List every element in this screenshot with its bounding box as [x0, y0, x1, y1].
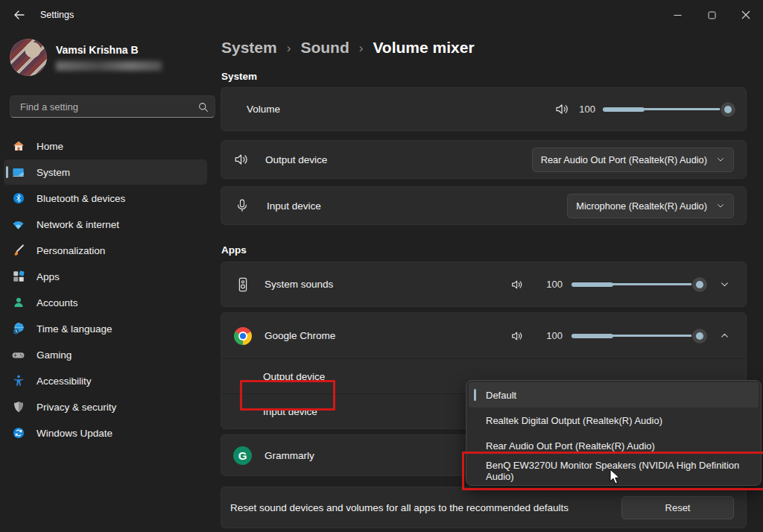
- google-chrome-value: 100: [546, 330, 563, 341]
- section-heading-system: System: [221, 71, 763, 82]
- section-heading-apps: Apps: [221, 244, 763, 256]
- sidebar-item-gaming[interactable]: Gaming: [4, 342, 207, 367]
- input-device-label: Input device: [267, 200, 321, 212]
- google-chrome-slider-thumb[interactable]: [692, 329, 707, 343]
- time-language-icon: [11, 322, 25, 336]
- reset-button[interactable]: Reset: [621, 496, 734, 519]
- output-device-select[interactable]: Rear Audio Out Port (Realtek(R) Audio): [532, 148, 734, 172]
- reset-row: Reset sound devices and volumes for all …: [221, 487, 747, 528]
- breadcrumb-separator: ›: [359, 39, 364, 56]
- system-sounds-expand-button[interactable]: [715, 275, 734, 294]
- settings-window: Settings Vamsi Krishna B: [0, 0, 763, 532]
- grammarly-icon: G: [233, 446, 252, 465]
- speaker-icon: [233, 151, 250, 168]
- volume-slider-thumb[interactable]: [721, 102, 735, 117]
- breadcrumb-sound[interactable]: Sound: [300, 39, 349, 57]
- maximize-button[interactable]: [694, 0, 729, 30]
- breadcrumb-system[interactable]: System: [221, 39, 277, 57]
- volume-label: Volume: [247, 104, 280, 115]
- sidebar-item-accessibility[interactable]: Accessibility: [4, 368, 207, 393]
- minimize-button[interactable]: [660, 0, 694, 30]
- annotation-box-output-device: [240, 380, 335, 411]
- titlebar: Settings: [0, 0, 763, 30]
- sidebar-item-label: System: [37, 167, 70, 178]
- network-icon: [11, 218, 25, 232]
- chevron-down-icon: [720, 279, 729, 289]
- google-chrome-label: Google Chrome: [265, 330, 335, 341]
- sidebar-item-label: Accounts: [37, 297, 78, 308]
- back-arrow-icon: [13, 9, 25, 21]
- sidebar-item-personalization[interactable]: Personalization: [4, 238, 207, 263]
- grammarly-label: Grammarly: [265, 450, 314, 461]
- search-input[interactable]: [19, 101, 197, 113]
- chevron-down-icon: [716, 155, 725, 164]
- apps-icon: [11, 270, 25, 284]
- close-button[interactable]: [729, 0, 763, 30]
- system-icon: [11, 165, 25, 180]
- google-chrome-collapse-button[interactable]: [715, 326, 734, 346]
- sidebar-item-windows-update[interactable]: Windows Update: [4, 420, 207, 446]
- accessibility-icon: [11, 374, 25, 388]
- google-chrome-row: Google Chrome 100: [221, 313, 746, 358]
- personalization-icon: [11, 244, 25, 258]
- sidebar-item-network[interactable]: Network & internet: [4, 212, 207, 237]
- minimize-icon: [674, 11, 682, 19]
- sidebar-item-label: Gaming: [37, 349, 72, 361]
- window-title: Settings: [40, 10, 74, 20]
- mouse-cursor: [610, 469, 621, 485]
- system-sounds-slider[interactable]: [572, 277, 706, 292]
- sidebar-nav: Home System Bluetooth & devices Network …: [4, 133, 207, 446]
- sidebar-item-time-language[interactable]: Time & language: [4, 316, 207, 341]
- dropdown-item-default[interactable]: Default: [469, 382, 759, 408]
- avatar: [10, 39, 47, 76]
- system-sounds-label: System sounds: [265, 279, 333, 290]
- sidebar-item-accounts[interactable]: Accounts: [4, 290, 207, 315]
- sidebar-item-label: Home: [37, 141, 63, 152]
- system-sounds-value: 100: [546, 279, 563, 290]
- system-sounds-icon: [233, 275, 252, 294]
- microphone-icon: [235, 198, 250, 213]
- volume-slider[interactable]: [603, 102, 734, 117]
- chevron-up-icon: [720, 331, 729, 341]
- chevron-down-icon: [716, 201, 725, 210]
- dropdown-item-realtek-digital[interactable]: Realtek Digital Output (Realtek(R) Audio…: [466, 408, 761, 433]
- system-sounds-row: System sounds 100: [221, 262, 747, 307]
- sidebar-item-label: Network & internet: [37, 219, 119, 230]
- sidebar-item-label: Privacy & security: [37, 402, 116, 413]
- sidebar-item-apps[interactable]: Apps: [4, 264, 207, 289]
- volume-row: Volume 100: [221, 87, 747, 131]
- reset-description: Reset sound devices and volumes for all …: [230, 502, 569, 513]
- sidebar-item-label: Accessibility: [37, 376, 92, 387]
- home-icon: [11, 139, 25, 153]
- google-chrome-icon: [233, 326, 252, 345]
- sidebar-item-privacy[interactable]: Privacy & security: [4, 394, 207, 419]
- input-device-select[interactable]: Microphone (Realtek(R) Audio): [567, 194, 734, 218]
- user-name: Vamsi Krishna B: [56, 44, 162, 56]
- accounts-icon: [11, 296, 25, 310]
- sidebar-item-label: Bluetooth & devices: [37, 193, 125, 204]
- sidebar: Vamsi Krishna B Home System: [0, 30, 211, 532]
- system-sounds-slider-thumb[interactable]: [692, 277, 707, 292]
- user-profile[interactable]: Vamsi Krishna B: [10, 39, 200, 76]
- breadcrumb-separator: ›: [287, 39, 291, 56]
- close-icon: [741, 10, 750, 19]
- sidebar-item-system[interactable]: System: [4, 159, 207, 185]
- breadcrumb: System › Sound › Volume mixer: [221, 39, 763, 57]
- sidebar-item-label: Personalization: [37, 245, 105, 256]
- windows-update-icon: [11, 426, 25, 440]
- input-device-value: Microphone (Realtek(R) Audio): [576, 200, 707, 212]
- sidebar-item-home[interactable]: Home: [4, 133, 207, 159]
- maximize-icon: [708, 11, 716, 19]
- output-device-row: Output device Rear Audio Out Port (Realt…: [221, 140, 747, 179]
- sidebar-item-label: Apps: [37, 271, 60, 282]
- sidebar-item-bluetooth[interactable]: Bluetooth & devices: [4, 186, 207, 211]
- speaker-icon: [510, 329, 524, 343]
- google-chrome-slider[interactable]: [572, 329, 706, 343]
- input-device-row: Input device Microphone (Realtek(R) Audi…: [221, 186, 747, 225]
- back-button[interactable]: [4, 2, 34, 28]
- gaming-icon: [11, 348, 25, 362]
- search-box[interactable]: [10, 95, 215, 118]
- sidebar-item-label: Windows Update: [37, 428, 113, 439]
- user-email-redacted: [56, 61, 162, 71]
- page-title: Volume mixer: [373, 39, 474, 57]
